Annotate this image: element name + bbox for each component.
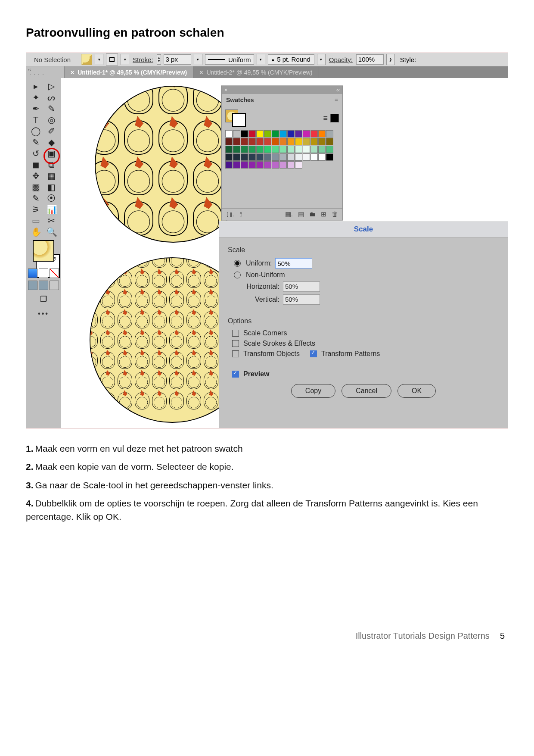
scale-corners-checkbox[interactable] (232, 330, 239, 337)
nonuniform-radio[interactable] (234, 272, 241, 278)
grid-view-icon[interactable] (330, 114, 339, 122)
swatch-options-icon[interactable]: ▦. (285, 210, 293, 218)
swatch-cell[interactable] (295, 130, 302, 137)
swatch-cell[interactable] (279, 153, 287, 161)
edit-toolbar-icon[interactable]: ❐ (40, 294, 47, 304)
swatch-cell[interactable] (272, 130, 279, 137)
symbol-sprayer-tool-icon[interactable]: ⚞ (31, 204, 40, 215)
ok-button[interactable]: OK (397, 384, 436, 398)
direct-selection-tool-icon[interactable]: ▷ (47, 81, 56, 91)
swatch-cell[interactable] (310, 138, 318, 145)
lasso-tool-icon[interactable]: ᔕ (47, 92, 56, 103)
swatch-cell[interactable] (295, 146, 302, 153)
color-mode-solid-icon[interactable] (28, 269, 37, 278)
screen-mode-full-icon[interactable] (39, 281, 48, 290)
swatch-cell[interactable] (287, 138, 295, 145)
color-mode-none-icon[interactable] (50, 269, 59, 278)
swatch-cell[interactable] (318, 146, 326, 153)
blob-brush-tool-icon[interactable]: ◆ (47, 137, 56, 147)
tab-untitled-1[interactable]: × Untitled-1* @ 49,55 % (CMYK/Preview) (65, 66, 193, 78)
swatch-cell[interactable] (303, 153, 310, 161)
swatch-cell[interactable] (279, 161, 287, 169)
swatch-cell[interactable] (256, 138, 264, 145)
eyedropper-tool-icon[interactable]: ✎ (31, 193, 40, 203)
swatch-cell[interactable] (225, 138, 233, 145)
more-tools-icon[interactable]: ••• (38, 310, 49, 318)
color-mode-gradient-icon[interactable] (39, 269, 48, 278)
swatch-cell[interactable] (264, 153, 271, 161)
swatch-cell[interactable] (256, 146, 264, 153)
swatch-cell[interactable] (287, 161, 295, 169)
swatch-cell[interactable] (295, 161, 302, 169)
panel-menu-icon[interactable]: ≡ (335, 97, 338, 103)
swatch-cell[interactable] (233, 130, 240, 137)
swatch-cell[interactable] (248, 138, 256, 145)
preview-checkbox[interactable] (232, 371, 239, 378)
swatch-cell[interactable] (318, 153, 326, 161)
type-tool-icon[interactable]: T (31, 115, 40, 125)
swatch-libraries-icon[interactable]: ⫿⫿. (226, 210, 235, 218)
swatch-cell[interactable] (225, 153, 233, 161)
swatch-cell[interactable] (264, 146, 271, 153)
swatch-cell[interactable] (287, 146, 295, 153)
shape-builder-tool-icon[interactable]: ✥ (31, 171, 40, 181)
swatch-cell[interactable] (264, 130, 271, 137)
brush-field[interactable]: 5 pt. Round (268, 54, 314, 65)
swatch-cell[interactable] (241, 130, 248, 137)
swatch-cell[interactable] (279, 138, 287, 145)
swatch-cell[interactable] (233, 153, 240, 161)
vertical-field[interactable]: 50% (283, 294, 320, 305)
swatch-cell[interactable] (287, 130, 295, 137)
sidebar-collapse-icon[interactable]: ‹‹⋮⋮⋮⋮ (26, 66, 65, 78)
fill-indicator[interactable] (33, 240, 54, 262)
spiral-tool-icon[interactable]: ◎ (47, 115, 56, 125)
swatch-cell[interactable] (326, 138, 333, 145)
swatch-cell[interactable] (303, 138, 310, 145)
scale-strokes-checkbox[interactable] (232, 340, 239, 347)
swatch-cell[interactable] (287, 153, 295, 161)
blend-tool-icon[interactable]: ⦿ (47, 194, 56, 203)
swatch-cell[interactable] (233, 146, 240, 153)
uniform-radio[interactable] (234, 260, 241, 267)
tab-untitled-2[interactable]: × Untitled-2* @ 49,55 % (CMYK/Preview) (193, 66, 319, 78)
ellipse-tool-icon[interactable]: ◯ (31, 126, 40, 136)
swatch-cell[interactable] (295, 153, 302, 161)
brush-dropdown-icon[interactable]: ▾ (317, 54, 326, 65)
swatch-cell[interactable] (326, 153, 333, 161)
graph-tool-icon[interactable]: 📊 (47, 204, 56, 215)
close-icon[interactable]: × (224, 87, 227, 93)
stroke-dropdown-icon[interactable]: ▾ (121, 54, 129, 65)
opacity-dropdown-icon[interactable]: ❯ (386, 54, 395, 65)
swatch-cell[interactable] (256, 161, 264, 169)
stepper-down-icon[interactable]: ▾ (158, 59, 160, 63)
transform-patterns-checkbox[interactable] (310, 350, 317, 357)
slice-tool-icon[interactable]: ✂ (47, 216, 56, 226)
stroke-label[interactable]: Stroke: (132, 56, 154, 63)
zoom-tool-icon[interactable]: 🔍 (47, 227, 56, 237)
curvature-tool-icon[interactable]: ✎ (47, 103, 56, 114)
swatch-cell[interactable] (326, 130, 333, 137)
swatch-cell[interactable] (303, 146, 310, 153)
selection-tool-icon[interactable]: ▸ (31, 81, 40, 91)
stroke-swatch-thumb[interactable] (106, 53, 118, 66)
cancel-button[interactable]: Cancel (342, 384, 391, 398)
perspective-tool-icon[interactable]: ▦ (47, 171, 56, 181)
swatches-panel[interactable]: × ‹‹ Swatches ≡ ≡ (221, 86, 343, 220)
swatch-kind-icon[interactable]: ⟟ (240, 210, 242, 218)
paintbrush-tool-icon[interactable]: ✐ (47, 126, 56, 136)
swatch-cell[interactable] (256, 130, 264, 137)
stroke-profile-field[interactable]: Uniform (205, 54, 254, 65)
stroke-profile-dropdown-icon[interactable]: ▾ (257, 54, 265, 65)
swatch-cell[interactable] (248, 146, 256, 153)
collapse-icon[interactable]: ‹‹ (336, 87, 340, 93)
close-icon[interactable]: × (71, 69, 74, 76)
magic-wand-tool-icon[interactable]: ✦ (31, 92, 40, 103)
screen-mode-normal-icon[interactable] (28, 281, 37, 290)
folder-icon[interactable]: 🖿 (309, 210, 316, 218)
swatch-cell[interactable] (241, 153, 248, 161)
screen-mode-presentation-icon[interactable] (50, 281, 59, 290)
opacity-label[interactable]: Opacity: (328, 56, 354, 63)
swatch-cell[interactable] (233, 161, 240, 169)
artboard-tool-icon[interactable]: ▭ (31, 216, 40, 226)
fill-dropdown-icon[interactable]: ▾ (95, 54, 103, 65)
